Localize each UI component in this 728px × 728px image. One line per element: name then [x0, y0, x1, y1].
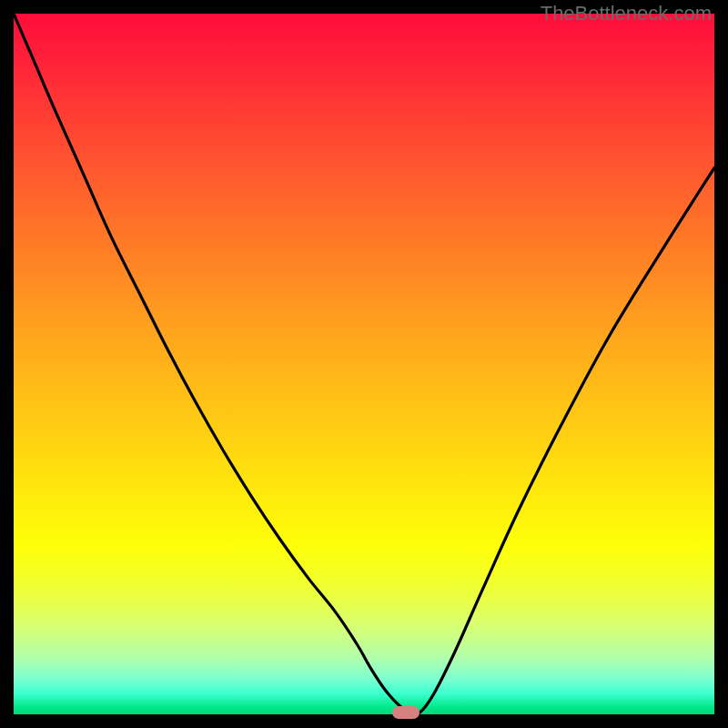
minimum-marker: [392, 706, 420, 719]
chart-container: TheBottleneck.com: [0, 0, 728, 728]
watermark-text: TheBottleneck.com: [541, 2, 712, 25]
bottleneck-curve: [14, 14, 714, 714]
curve-svg: [14, 14, 714, 714]
